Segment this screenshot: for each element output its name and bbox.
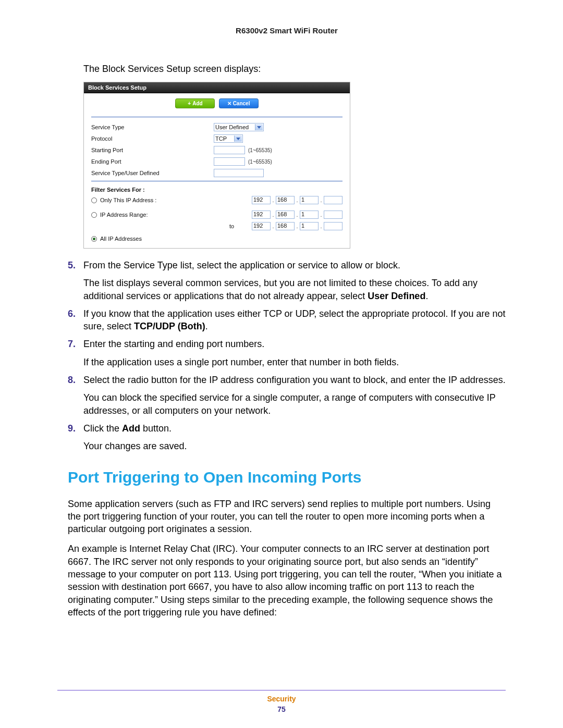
ip-octet-input[interactable]: 192	[252, 196, 271, 204]
steps-list: 5.From the Service Type list, select the…	[68, 259, 506, 453]
protocol-value: TCP	[215, 135, 227, 142]
body-paragraph: Some application servers (such as FTP an…	[68, 498, 506, 536]
ip-octet-input[interactable]: 1	[300, 211, 319, 219]
ip-range-label: IP Address Range:	[100, 212, 148, 218]
add-button-label: Add	[192, 101, 202, 106]
footer-page-number: 75	[0, 705, 563, 713]
ip-octet-input[interactable]: 192	[252, 222, 271, 230]
ip-octet-input[interactable]: 1	[300, 222, 319, 230]
service-type-select[interactable]: User Defined	[214, 123, 264, 131]
user-defined-input[interactable]	[214, 169, 264, 177]
chevron-down-icon	[234, 135, 242, 142]
step-item: 9.Click the Add button.Your changes are …	[68, 422, 506, 453]
panel-title: Block Services Setup	[84, 82, 350, 93]
step-body: If you know that the application uses ei…	[83, 307, 506, 333]
ip-octet-input[interactable]	[324, 211, 342, 219]
ip-octet-input[interactable]	[324, 196, 342, 204]
service-type-label: Service Type	[91, 124, 214, 130]
step-body: Select the radio button for the IP addre…	[83, 374, 506, 417]
step-paragraph: From the Service Type list, select the a…	[83, 259, 506, 272]
ip-range-radio[interactable]	[91, 212, 97, 218]
ip-range-from-fields: 192. 168. 1.	[252, 211, 342, 219]
section-heading: Port Triggering to Open Incoming Ports	[68, 468, 506, 486]
only-this-ip-label: Only This IP Address :	[100, 197, 156, 203]
intro-text: The Block Services Setup screen displays…	[83, 64, 506, 75]
ip-octet-input[interactable]: 1	[300, 196, 319, 204]
user-defined-label: Service Type/User Defined	[91, 170, 214, 176]
protocol-label: Protocol	[91, 135, 214, 142]
step-number: 7.	[68, 338, 83, 368]
step-body: Click the Add button.Your changes are sa…	[83, 422, 506, 453]
step-body: From the Service Type list, select the a…	[83, 259, 506, 302]
ip-range-to-fields: 192. 168. 1.	[252, 222, 342, 230]
only-this-ip-radio[interactable]	[91, 198, 97, 203]
starting-port-hint: (1~65535)	[248, 147, 272, 153]
ip-octet-input[interactable]: 168	[276, 196, 295, 204]
ip-octet-input[interactable]: 168	[276, 222, 295, 230]
starting-port-label: Starting Port	[91, 147, 214, 153]
protocol-select[interactable]: TCP	[214, 134, 243, 143]
footer-rule	[57, 690, 506, 690]
cancel-button-label: Cancel	[233, 101, 250, 106]
ip-octet-input[interactable]: 192	[252, 211, 271, 219]
step-paragraph: Select the radio button for the IP addre…	[83, 374, 506, 386]
step-paragraph: Your changes are saved.	[83, 440, 506, 452]
service-type-value: User Defined	[215, 124, 249, 130]
step-number: 8.	[68, 374, 83, 417]
page-footer: Security 75	[0, 695, 563, 713]
only-this-ip-fields: 192. 168. 1.	[252, 196, 342, 204]
ending-port-hint: (1~65535)	[248, 159, 272, 165]
step-paragraph: If you know that the application uses ei…	[83, 307, 506, 333]
document-header: R6300v2 Smart WiFi Router	[68, 26, 506, 35]
body-paragraph: An example is Internet Relay Chat (IRC).…	[68, 542, 506, 619]
cancel-button[interactable]: ✕Cancel	[219, 98, 259, 108]
add-button[interactable]: +Add	[175, 98, 215, 108]
step-paragraph: Click the Add button.	[83, 422, 506, 435]
ip-octet-input[interactable]	[324, 222, 342, 230]
step-number: 9.	[68, 422, 83, 453]
step-paragraph: The list displays several common service…	[83, 277, 506, 302]
step-paragraph: You can block the specified service for …	[83, 391, 506, 417]
block-services-screenshot: Block Services Setup +Add ✕Cancel Servic…	[83, 82, 506, 249]
chevron-down-icon	[255, 124, 263, 130]
divider	[91, 181, 342, 181]
divider	[91, 117, 342, 117]
all-ip-label: All IP Addresses	[100, 236, 142, 242]
step-item: 7.Enter the starting and ending port num…	[68, 338, 506, 368]
step-item: 6.If you know that the application uses …	[68, 307, 506, 333]
step-item: 5.From the Service Type list, select the…	[68, 259, 506, 302]
filter-services-label: Filter Services For :	[91, 187, 342, 193]
footer-section: Security	[0, 695, 563, 703]
ip-range-to-label: to	[229, 223, 234, 229]
ip-octet-input[interactable]: 168	[276, 211, 295, 219]
step-number: 6.	[68, 307, 83, 333]
step-paragraph: If the application uses a single port nu…	[83, 356, 506, 368]
step-body: Enter the starting and ending port numbe…	[83, 338, 506, 368]
step-paragraph: Enter the starting and ending port numbe…	[83, 338, 506, 350]
ending-port-label: Ending Port	[91, 158, 214, 165]
ending-port-input[interactable]	[214, 157, 245, 166]
all-ip-radio[interactable]	[91, 236, 97, 242]
starting-port-input[interactable]	[214, 146, 245, 154]
step-number: 5.	[68, 259, 83, 302]
step-item: 8.Select the radio button for the IP add…	[68, 374, 506, 417]
